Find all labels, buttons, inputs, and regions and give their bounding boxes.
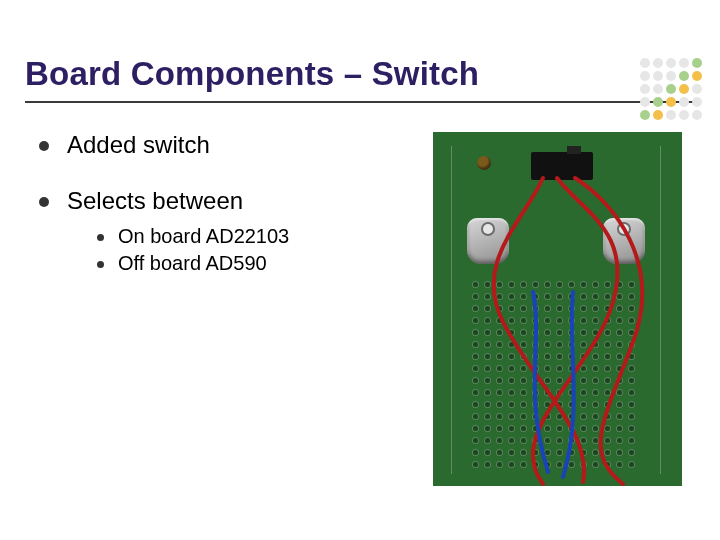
title-underline (25, 101, 695, 103)
bullet-text: Added switch (67, 131, 210, 159)
bullet-text: Selects between (67, 187, 243, 214)
decor-dot (692, 110, 702, 120)
board-photo (433, 132, 682, 486)
bullet-body: Selects between On board AD22103 Off boa… (67, 187, 289, 279)
decor-dot (640, 97, 650, 107)
decor-dot (679, 84, 689, 94)
decor-dot (653, 110, 663, 120)
sub-bullet-item-1: On board AD22103 (97, 225, 289, 248)
decor-dot (679, 97, 689, 107)
decor-dot (666, 84, 676, 94)
decor-dot (666, 97, 676, 107)
decor-dot (640, 71, 650, 81)
wires (433, 132, 682, 486)
decor-dot (692, 84, 702, 94)
decor-dot (692, 71, 702, 81)
sub-bullet-icon (97, 261, 104, 268)
sub-bullet-icon (97, 234, 104, 241)
bullet-icon (39, 197, 49, 207)
decor-dot (640, 58, 650, 68)
decor-dot (692, 97, 702, 107)
decor-dot (666, 58, 676, 68)
slide-title: Board Components – Switch (25, 55, 695, 93)
corner-dot-grid (640, 58, 702, 120)
decor-dot (640, 84, 650, 94)
decor-dot (666, 110, 676, 120)
sub-bullet-list: On board AD22103 Off board AD590 (97, 225, 289, 275)
slide: Board Components – Switch Added switch S… (0, 0, 720, 540)
sub-bullet-text: Off board AD590 (118, 252, 267, 275)
decor-dot (653, 97, 663, 107)
decor-dot (679, 71, 689, 81)
sub-bullet-item-2: Off board AD590 (97, 252, 289, 275)
sub-bullet-text: On board AD22103 (118, 225, 289, 248)
decor-dot (653, 84, 663, 94)
decor-dot (692, 58, 702, 68)
decor-dot (653, 71, 663, 81)
decor-dot (640, 110, 650, 120)
decor-dot (666, 71, 676, 81)
decor-dot (679, 58, 689, 68)
decor-dot (679, 110, 689, 120)
bullet-icon (39, 141, 49, 151)
decor-dot (653, 58, 663, 68)
